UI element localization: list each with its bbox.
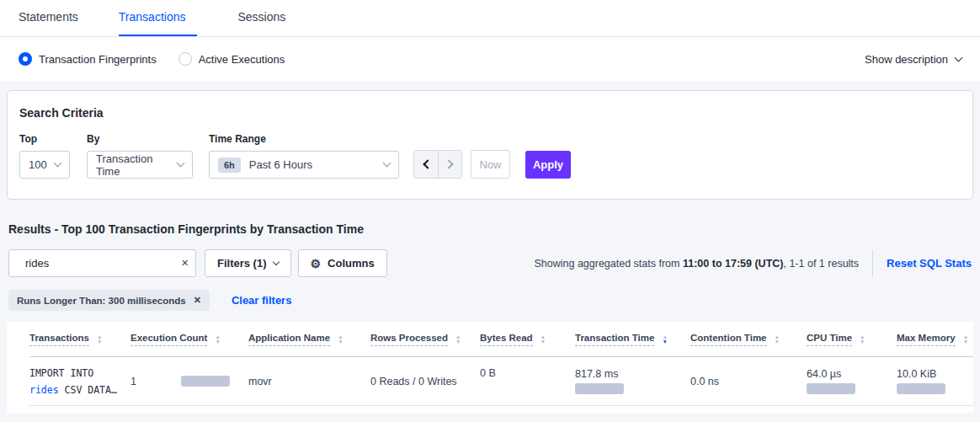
sort-icon[interactable]: ▲▼ <box>215 334 220 344</box>
reset-sql-stats-link[interactable]: Reset SQL Stats <box>887 257 972 270</box>
col-header-application-name[interactable]: Application Name ▲▼ <box>248 333 370 346</box>
view-toggle-bar: Transaction Fingerprints Active Executio… <box>0 37 980 81</box>
time-range-select[interactable]: 6h Past 6 Hours <box>209 151 399 179</box>
radio-unselected-icon <box>178 52 192 66</box>
sort-icon-active-desc[interactable]: ▲▼ <box>662 334 667 344</box>
search-criteria-title: Search Criteria <box>19 106 961 120</box>
time-range-label: Time Range <box>209 133 399 145</box>
chevron-down-icon <box>955 53 963 61</box>
filter-chip[interactable]: Runs Longer Than: 300 milliseconds ✕ <box>8 290 210 311</box>
clear-search-icon[interactable]: ✕ <box>181 258 189 269</box>
sort-icon[interactable]: ▲▼ <box>541 334 546 344</box>
cell-rows-processed: 0 Reads / 0 Writes <box>370 376 480 387</box>
col-header-cpu-time[interactable]: CPU Time ▲▼ <box>807 333 897 346</box>
search-input[interactable] <box>25 257 173 270</box>
results-toolbar: ✕ Filters (1) ⚙ Columns Showing aggregat… <box>8 249 972 277</box>
cell-application-name: movr <box>248 376 370 387</box>
results-table: Transactions ▲▼ Execution Count ▲▼ Appli… <box>7 322 973 413</box>
tab-sessions[interactable]: Sessions <box>237 10 285 36</box>
chevron-right-icon <box>444 159 453 168</box>
top-select[interactable]: 100 <box>19 151 70 179</box>
cell-transaction-time: 817.8 ms <box>575 368 690 394</box>
tab-transactions[interactable]: Transactions <box>119 10 198 36</box>
radio-active-executions[interactable]: Active Executions <box>178 52 285 66</box>
divider <box>872 250 873 277</box>
time-nav-group <box>413 150 462 179</box>
radio-selected-icon <box>19 52 32 66</box>
chevron-down-icon <box>177 159 185 168</box>
stats-summary: Showing aggregated stats from 11:00 to 1… <box>534 258 859 270</box>
col-header-max-memory[interactable]: Max Memory ▲▼ <box>897 333 973 346</box>
apply-button[interactable]: Apply <box>525 151 571 179</box>
sort-icon[interactable]: ▲▼ <box>963 334 968 344</box>
results-heading: Results - Top 100 Transaction Fingerprin… <box>8 222 972 236</box>
gear-icon: ⚙ <box>311 258 322 270</box>
clear-filters-link[interactable]: Clear filters <box>232 294 292 307</box>
cell-cpu-time: 64.0 µs <box>807 368 897 394</box>
by-select[interactable]: Transaction Time <box>87 151 193 179</box>
max-memory-bar <box>897 383 945 394</box>
time-next-button[interactable] <box>438 151 461 178</box>
by-label: By <box>87 133 193 145</box>
cpu-time-bar <box>807 383 855 394</box>
chevron-down-icon <box>272 258 279 264</box>
filters-label: Filters (1) <box>217 257 267 270</box>
col-header-rows-processed[interactable]: Rows Processed ▲▼ <box>370 333 480 346</box>
execution-count-bar <box>181 376 230 387</box>
col-header-bytes-read[interactable]: Bytes Read ▲▼ <box>480 333 575 346</box>
col-header-execution-count[interactable]: Execution Count ▲▼ <box>130 333 248 346</box>
radio-transaction-fingerprints[interactable]: Transaction Fingerprints <box>19 52 157 66</box>
remove-filter-icon[interactable]: ✕ <box>194 295 201 306</box>
time-range-badge: 6h <box>218 158 241 173</box>
show-description-toggle[interactable]: Show description <box>865 53 961 66</box>
table-name-link[interactable]: rides <box>29 384 59 396</box>
now-button[interactable]: Now <box>471 150 510 179</box>
active-filters-row: Runs Longer Than: 300 milliseconds ✕ Cle… <box>8 290 972 311</box>
cell-transaction-fingerprint[interactable]: IMPORT INTO rides CSV DATA… <box>29 365 130 398</box>
columns-label: Columns <box>328 257 375 270</box>
results-search-box[interactable]: ✕ <box>8 249 196 277</box>
chevron-left-icon <box>423 159 432 168</box>
filters-button[interactable]: Filters (1) <box>205 249 291 277</box>
tab-statements[interactable]: Statements <box>19 10 78 36</box>
sort-icon[interactable]: ▲▼ <box>455 334 461 344</box>
col-header-transactions[interactable]: Transactions ▲▼ <box>29 333 130 346</box>
sort-icon[interactable]: ▲▼ <box>338 334 343 344</box>
radio-label: Transaction Fingerprints <box>39 53 157 66</box>
radio-label: Active Executions <box>199 53 285 66</box>
cell-contention-time: 0.0 ns <box>690 376 807 387</box>
cell-execution-count: 1 <box>130 376 248 387</box>
time-prev-button[interactable] <box>414 151 438 178</box>
chevron-down-icon <box>383 159 391 168</box>
col-header-transaction-time[interactable]: Transaction Time ▲▼ <box>575 333 690 346</box>
top-label: Top <box>19 133 70 145</box>
columns-button[interactable]: ⚙ Columns <box>298 249 387 277</box>
sort-icon[interactable]: ▲▼ <box>860 334 865 344</box>
show-description-label: Show description <box>865 53 948 66</box>
search-criteria-card: Search Criteria Top 100 By Transaction T… <box>7 90 973 200</box>
table-row[interactable]: IMPORT INTO rides CSV DATA… 1 movr 0 Rea… <box>29 357 973 406</box>
cell-max-memory: 10.0 KiB <box>897 368 973 394</box>
transaction-time-bar <box>575 383 624 394</box>
sort-icon[interactable]: ▲▼ <box>775 334 780 344</box>
sort-icon[interactable]: ▲▼ <box>97 334 102 344</box>
by-select-value: Transaction Time <box>96 152 178 178</box>
top-select-value: 100 <box>29 158 47 171</box>
time-range-value: Past 6 Hours <box>249 158 312 171</box>
filter-chip-label: Runs Longer Than: 300 milliseconds <box>17 296 186 306</box>
col-header-contention-time[interactable]: Contention Time ▲▼ <box>690 333 807 346</box>
chevron-down-icon <box>54 159 62 168</box>
page-tabs: Statements Transactions Sessions <box>0 0 980 37</box>
table-header-row: Transactions ▲▼ Execution Count ▲▼ Appli… <box>29 322 973 357</box>
cell-bytes-read: 0 B <box>480 357 575 379</box>
